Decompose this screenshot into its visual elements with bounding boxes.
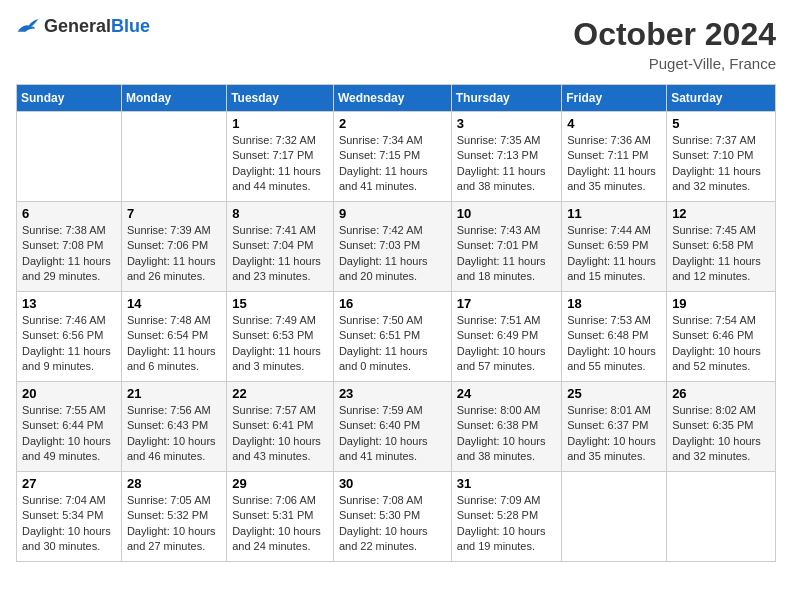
day-info: Sunrise: 8:01 AMSunset: 6:37 PMDaylight:… [567, 403, 661, 465]
day-number: 3 [457, 116, 556, 131]
day-number: 8 [232, 206, 328, 221]
day-number: 5 [672, 116, 770, 131]
day-info: Sunrise: 7:49 AMSunset: 6:53 PMDaylight:… [232, 313, 328, 375]
day-number: 14 [127, 296, 221, 311]
day-number: 7 [127, 206, 221, 221]
day-number: 13 [22, 296, 116, 311]
day-info: Sunrise: 7:50 AMSunset: 6:51 PMDaylight:… [339, 313, 446, 375]
calendar-cell: 15Sunrise: 7:49 AMSunset: 6:53 PMDayligh… [227, 292, 334, 382]
calendar-week-row: 13Sunrise: 7:46 AMSunset: 6:56 PMDayligh… [17, 292, 776, 382]
calendar-cell: 27Sunrise: 7:04 AMSunset: 5:34 PMDayligh… [17, 472, 122, 562]
day-number: 30 [339, 476, 446, 491]
day-info: Sunrise: 7:36 AMSunset: 7:11 PMDaylight:… [567, 133, 661, 195]
calendar-cell [562, 472, 667, 562]
day-number: 1 [232, 116, 328, 131]
calendar-cell: 21Sunrise: 7:56 AMSunset: 6:43 PMDayligh… [121, 382, 226, 472]
calendar-week-row: 27Sunrise: 7:04 AMSunset: 5:34 PMDayligh… [17, 472, 776, 562]
day-info: Sunrise: 8:02 AMSunset: 6:35 PMDaylight:… [672, 403, 770, 465]
day-number: 19 [672, 296, 770, 311]
calendar-cell: 28Sunrise: 7:05 AMSunset: 5:32 PMDayligh… [121, 472, 226, 562]
calendar-cell: 5Sunrise: 7:37 AMSunset: 7:10 PMDaylight… [667, 112, 776, 202]
day-number: 6 [22, 206, 116, 221]
day-number: 18 [567, 296, 661, 311]
col-header-tuesday: Tuesday [227, 85, 334, 112]
day-number: 17 [457, 296, 556, 311]
calendar-cell: 4Sunrise: 7:36 AMSunset: 7:11 PMDaylight… [562, 112, 667, 202]
calendar-cell: 2Sunrise: 7:34 AMSunset: 7:15 PMDaylight… [333, 112, 451, 202]
calendar-header-row: SundayMondayTuesdayWednesdayThursdayFrid… [17, 85, 776, 112]
day-info: Sunrise: 7:08 AMSunset: 5:30 PMDaylight:… [339, 493, 446, 555]
calendar-cell: 12Sunrise: 7:45 AMSunset: 6:58 PMDayligh… [667, 202, 776, 292]
day-number: 23 [339, 386, 446, 401]
day-number: 26 [672, 386, 770, 401]
calendar-cell: 13Sunrise: 7:46 AMSunset: 6:56 PMDayligh… [17, 292, 122, 382]
calendar-cell: 16Sunrise: 7:50 AMSunset: 6:51 PMDayligh… [333, 292, 451, 382]
calendar-cell: 26Sunrise: 8:02 AMSunset: 6:35 PMDayligh… [667, 382, 776, 472]
day-info: Sunrise: 7:53 AMSunset: 6:48 PMDaylight:… [567, 313, 661, 375]
day-number: 9 [339, 206, 446, 221]
calendar-cell: 1Sunrise: 7:32 AMSunset: 7:17 PMDaylight… [227, 112, 334, 202]
day-info: Sunrise: 7:44 AMSunset: 6:59 PMDaylight:… [567, 223, 661, 285]
day-info: Sunrise: 7:43 AMSunset: 7:01 PMDaylight:… [457, 223, 556, 285]
day-info: Sunrise: 7:57 AMSunset: 6:41 PMDaylight:… [232, 403, 328, 465]
calendar-week-row: 1Sunrise: 7:32 AMSunset: 7:17 PMDaylight… [17, 112, 776, 202]
calendar-cell [17, 112, 122, 202]
calendar-cell: 25Sunrise: 8:01 AMSunset: 6:37 PMDayligh… [562, 382, 667, 472]
day-info: Sunrise: 7:37 AMSunset: 7:10 PMDaylight:… [672, 133, 770, 195]
logo-bird-icon [16, 17, 40, 37]
day-info: Sunrise: 7:32 AMSunset: 7:17 PMDaylight:… [232, 133, 328, 195]
col-header-sunday: Sunday [17, 85, 122, 112]
calendar-cell: 29Sunrise: 7:06 AMSunset: 5:31 PMDayligh… [227, 472, 334, 562]
day-info: Sunrise: 7:45 AMSunset: 6:58 PMDaylight:… [672, 223, 770, 285]
day-info: Sunrise: 7:09 AMSunset: 5:28 PMDaylight:… [457, 493, 556, 555]
day-number: 20 [22, 386, 116, 401]
calendar-cell: 14Sunrise: 7:48 AMSunset: 6:54 PMDayligh… [121, 292, 226, 382]
day-info: Sunrise: 7:51 AMSunset: 6:49 PMDaylight:… [457, 313, 556, 375]
col-header-monday: Monday [121, 85, 226, 112]
col-header-saturday: Saturday [667, 85, 776, 112]
day-number: 22 [232, 386, 328, 401]
day-number: 27 [22, 476, 116, 491]
calendar-cell: 19Sunrise: 7:54 AMSunset: 6:46 PMDayligh… [667, 292, 776, 382]
day-info: Sunrise: 7:46 AMSunset: 6:56 PMDaylight:… [22, 313, 116, 375]
col-header-wednesday: Wednesday [333, 85, 451, 112]
calendar-week-row: 20Sunrise: 7:55 AMSunset: 6:44 PMDayligh… [17, 382, 776, 472]
calendar-cell: 30Sunrise: 7:08 AMSunset: 5:30 PMDayligh… [333, 472, 451, 562]
day-info: Sunrise: 7:48 AMSunset: 6:54 PMDaylight:… [127, 313, 221, 375]
day-number: 2 [339, 116, 446, 131]
day-number: 11 [567, 206, 661, 221]
day-info: Sunrise: 7:34 AMSunset: 7:15 PMDaylight:… [339, 133, 446, 195]
calendar-cell: 20Sunrise: 7:55 AMSunset: 6:44 PMDayligh… [17, 382, 122, 472]
calendar-cell: 11Sunrise: 7:44 AMSunset: 6:59 PMDayligh… [562, 202, 667, 292]
calendar-cell [121, 112, 226, 202]
logo-blue: Blue [111, 16, 150, 36]
day-info: Sunrise: 7:41 AMSunset: 7:04 PMDaylight:… [232, 223, 328, 285]
day-info: Sunrise: 7:35 AMSunset: 7:13 PMDaylight:… [457, 133, 556, 195]
calendar-cell: 23Sunrise: 7:59 AMSunset: 6:40 PMDayligh… [333, 382, 451, 472]
calendar-cell: 3Sunrise: 7:35 AMSunset: 7:13 PMDaylight… [451, 112, 561, 202]
calendar-cell: 10Sunrise: 7:43 AMSunset: 7:01 PMDayligh… [451, 202, 561, 292]
calendar-cell: 22Sunrise: 7:57 AMSunset: 6:41 PMDayligh… [227, 382, 334, 472]
calendar-cell: 6Sunrise: 7:38 AMSunset: 7:08 PMDaylight… [17, 202, 122, 292]
col-header-thursday: Thursday [451, 85, 561, 112]
day-number: 10 [457, 206, 556, 221]
day-info: Sunrise: 7:54 AMSunset: 6:46 PMDaylight:… [672, 313, 770, 375]
calendar-cell: 9Sunrise: 7:42 AMSunset: 7:03 PMDaylight… [333, 202, 451, 292]
day-info: Sunrise: 7:05 AMSunset: 5:32 PMDaylight:… [127, 493, 221, 555]
day-number: 25 [567, 386, 661, 401]
calendar-cell: 18Sunrise: 7:53 AMSunset: 6:48 PMDayligh… [562, 292, 667, 382]
calendar-cell [667, 472, 776, 562]
day-number: 16 [339, 296, 446, 311]
title-block: October 2024 Puget-Ville, France [573, 16, 776, 72]
calendar-table: SundayMondayTuesdayWednesdayThursdayFrid… [16, 84, 776, 562]
calendar-cell: 17Sunrise: 7:51 AMSunset: 6:49 PMDayligh… [451, 292, 561, 382]
logo: GeneralBlue [16, 16, 150, 37]
day-info: Sunrise: 7:39 AMSunset: 7:06 PMDaylight:… [127, 223, 221, 285]
day-number: 4 [567, 116, 661, 131]
calendar-cell: 7Sunrise: 7:39 AMSunset: 7:06 PMDaylight… [121, 202, 226, 292]
calendar-week-row: 6Sunrise: 7:38 AMSunset: 7:08 PMDaylight… [17, 202, 776, 292]
day-number: 12 [672, 206, 770, 221]
day-info: Sunrise: 7:04 AMSunset: 5:34 PMDaylight:… [22, 493, 116, 555]
day-number: 24 [457, 386, 556, 401]
day-info: Sunrise: 7:42 AMSunset: 7:03 PMDaylight:… [339, 223, 446, 285]
